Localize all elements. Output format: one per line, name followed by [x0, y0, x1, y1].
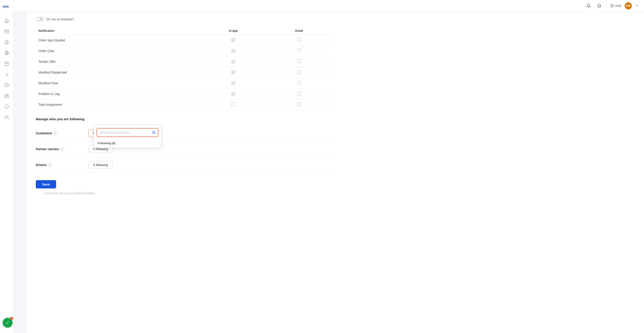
drivers-info-icon[interactable]: i [48, 163, 52, 167]
customers-search-popup: Following (0) [94, 125, 161, 147]
email-checkbox[interactable] [298, 81, 301, 84]
email-checkbox[interactable] [298, 59, 301, 63]
notif-label: Manifest Dispatched [36, 67, 199, 78]
user-menu-chevron[interactable] [636, 4, 639, 7]
sidebar-item-chart[interactable] [2, 69, 12, 79]
inapp-checkbox[interactable] [232, 60, 235, 63]
inapp-checkbox[interactable] [232, 92, 235, 96]
customer-search-wrapper [96, 128, 158, 137]
customers-label: Customers i [36, 131, 85, 135]
notif-email-cell [268, 78, 331, 88]
notif-label: Problem in Leg [36, 88, 199, 99]
notif-inapp-cell [199, 35, 268, 46]
svg-point-14 [5, 116, 7, 117]
email-checkbox[interactable] [298, 102, 301, 106]
sidebar-item-box[interactable] [2, 102, 12, 111]
topbar: Help AW [14, 0, 644, 12]
partner-carriers-label: Partner carriers i [36, 147, 85, 151]
customers-row: Customers i 0 following Following (0) [36, 125, 331, 141]
svg-rect-5 [5, 62, 8, 65]
table-row: Order Spot Quoted [36, 35, 331, 46]
sidebar-item-inbox[interactable] [2, 26, 12, 36]
email-checkbox[interactable] [298, 92, 301, 95]
table-row: Task Assignment [36, 99, 331, 110]
sidebar-item-docs[interactable] [2, 37, 12, 47]
help-link[interactable]: Help [610, 4, 621, 7]
inapp-checkbox[interactable] [232, 71, 235, 74]
partner-carriers-row: Partner carriers i 0 following [36, 141, 331, 157]
svg-text:ANA: ANA [3, 5, 9, 8]
notif-email-cell [268, 67, 331, 78]
following-section-title: Manage who you are following [36, 117, 331, 121]
notif-email-cell [268, 46, 331, 56]
main-content: CC me on invoices? Notification In-app E… [27, 12, 644, 333]
notif-inapp-cell [199, 46, 268, 56]
brand-logo: ANA [1, 3, 12, 11]
col-notification: Notification [36, 27, 199, 35]
inapp-checkbox[interactable] [232, 102, 235, 106]
notif-email-cell [268, 99, 331, 110]
svg-point-18 [152, 131, 155, 134]
customers-info-icon[interactable]: i [54, 131, 57, 135]
email-checkbox[interactable] [298, 49, 301, 52]
notif-inapp-cell [199, 67, 268, 78]
notif-label: Tender Offer [36, 56, 199, 67]
sidebar-item-finance[interactable] [2, 80, 12, 90]
drivers-row: Drivers i 0 following [36, 157, 331, 173]
notifications-icon[interactable] [585, 2, 592, 9]
notif-inapp-cell [199, 99, 268, 110]
user-avatar[interactable]: AW [625, 2, 632, 9]
svg-line-19 [154, 133, 155, 134]
col-inapp: In-app [199, 27, 268, 35]
sidebar-item-reports[interactable] [2, 91, 12, 101]
drivers-label: Drivers i [36, 163, 85, 167]
badge-count: 4 [10, 317, 14, 320]
notif-label: Task Assignment [36, 99, 199, 110]
notif-email-cell [268, 56, 331, 67]
footer-version: RoseRocket 148.0.6 (main-26150-52ae9206c… [36, 188, 331, 198]
email-checkbox[interactable] [298, 38, 301, 41]
sidebar-item-calendar[interactable] [2, 59, 12, 69]
inapp-checkbox[interactable] [232, 49, 235, 53]
notif-label: Order Spot Quoted [36, 35, 199, 46]
following-count-label: Following (0) [94, 140, 161, 147]
cc-invoices-row: CC me on invoices? [36, 17, 331, 21]
divider [606, 3, 607, 8]
sidebar-item-home[interactable] [2, 16, 12, 26]
table-row: Manifest Chat [36, 78, 331, 88]
status-check-badge: ✓ 4 [3, 318, 12, 328]
notif-label: Order Chat [36, 46, 199, 56]
notif-inapp-cell [199, 78, 268, 88]
notif-email-cell [268, 35, 331, 46]
notif-inapp-cell [199, 88, 268, 99]
email-checkbox[interactable] [298, 70, 301, 74]
drivers-following-button[interactable]: 0 following [88, 161, 113, 169]
inapp-checkbox[interactable] [232, 38, 235, 42]
customer-search-button[interactable] [150, 128, 158, 137]
save-button[interactable]: Save [36, 180, 56, 188]
help-label: Help [615, 4, 621, 7]
notif-email-cell [268, 88, 331, 99]
table-row: Manifest Dispatched [36, 67, 331, 78]
table-row: Problem in Leg [36, 88, 331, 99]
sidebar: ANA [0, 0, 14, 333]
sidebar-item-globe[interactable] [2, 48, 12, 58]
notifications-table: Notification In-app Email Order Spot Quo… [36, 27, 331, 110]
inapp-checkbox[interactable] [232, 81, 235, 85]
bell-icon[interactable] [596, 2, 603, 9]
cc-invoices-label: CC me on invoices? [46, 17, 74, 21]
notif-inapp-cell [199, 56, 268, 67]
following-section: Manage who you are following Customers i… [36, 117, 331, 173]
customer-search-input[interactable] [97, 128, 150, 137]
sidebar-item-people[interactable] [2, 112, 12, 122]
cc-invoices-toggle[interactable] [36, 17, 44, 21]
col-email: Email [268, 27, 331, 35]
table-row: Tender Offer [36, 56, 331, 67]
svg-rect-13 [5, 95, 8, 98]
notif-label: Manifest Chat [36, 78, 199, 88]
table-row: Order Chat [36, 46, 331, 56]
partner-carriers-info-icon[interactable]: i [60, 147, 64, 151]
